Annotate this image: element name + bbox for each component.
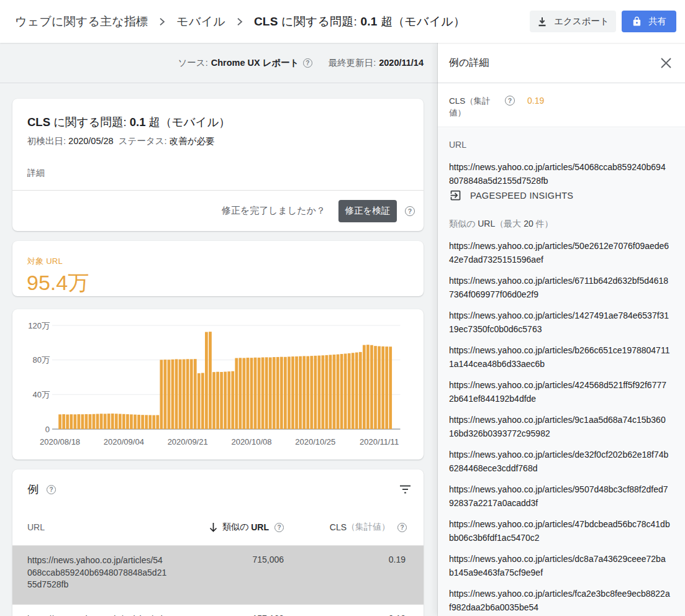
affected-urls-card: 対象 URL 95.4万 <box>12 241 424 296</box>
help-icon[interactable] <box>47 485 56 494</box>
url-section-label: URL <box>449 140 661 150</box>
svg-text:120万: 120万 <box>28 321 50 330</box>
cell-cls: 0.13 <box>284 605 406 616</box>
close-icon[interactable] <box>658 55 673 70</box>
share-button[interactable]: 共有 <box>622 11 676 32</box>
learn-more-link[interactable]: 詳細 <box>12 147 60 179</box>
similar-url-item: https://news.yahoo.co.jp/articles/b266c6… <box>449 343 670 371</box>
last-updated-value: 2020/11/14 <box>379 58 424 68</box>
affected-urls-label: 対象 URL <box>12 241 424 267</box>
similar-urls-list: https://news.yahoo.co.jp/articles/50e261… <box>449 239 661 614</box>
source-value: Chrome UX レポート <box>211 57 299 69</box>
header-actions: エクスポート 共有 <box>530 11 676 32</box>
breadcrumb-item-current: CLS に関する問題: 0.1 超（モバイル） <box>254 14 465 30</box>
pagespeed-insights-label: PAGESPEED INSIGHTS <box>470 191 573 201</box>
cell-url: https://news.yahoo.co.jp/articles/54068c… <box>12 546 199 604</box>
help-icon[interactable] <box>505 96 515 106</box>
example-details-panel: 例の詳細 CLS（集計値） 0.19 URL https://news.yaho… <box>438 43 685 616</box>
source-label: ソース: <box>178 57 207 69</box>
issue-title: CLS に関する問題: 0.1 超（モバイル） <box>12 99 424 130</box>
svg-text:2020/11/11: 2020/11/11 <box>360 437 399 446</box>
column-header-url[interactable]: URL <box>27 522 199 532</box>
column-similar-jp-label: 類似の <box>222 522 248 533</box>
similar-url-item: https://news.yahoo.co.jp/articles/9c1aa5… <box>449 413 670 440</box>
panel-detail-section: URL https://news.yahoo.co.jp/articles/54… <box>438 128 685 616</box>
fix-question-text: 修正を完了しましたか？ <box>222 205 325 217</box>
svg-text:2020/10/25: 2020/10/25 <box>295 437 335 446</box>
column-cls-paren-label: （集計値） <box>347 522 390 533</box>
breadcrumb-current-metric: CLS <box>254 15 278 28</box>
trend-chart-card: 040万80万120万2020/08/182020/09/042020/09/2… <box>12 309 424 460</box>
help-icon[interactable] <box>303 58 312 68</box>
issue-card-footer: 修正を完了しましたか？ 修正を検証 <box>12 190 424 231</box>
column-header-similar-urls[interactable]: 類似のURL <box>199 522 284 533</box>
first-detected-value: 2020/05/28 <box>68 136 114 146</box>
similar-heading-url: URL <box>478 219 495 229</box>
issue-summary-card: CLS に関する問題: 0.1 超（モバイル） 初検出日: 2020/05/28… <box>12 99 424 231</box>
metric-label: CLS（集計値） <box>449 95 499 127</box>
issue-title-threshold: 0.1 <box>130 116 146 129</box>
column-header-cls[interactable]: CLS（集計値） <box>284 522 407 533</box>
similar-heading-mid: （最大 <box>495 219 524 229</box>
svg-text:2020/08/18: 2020/08/18 <box>40 437 80 446</box>
help-icon[interactable] <box>274 523 284 532</box>
first-detected-label: 初検出日: <box>27 136 68 146</box>
examples-title: 例 <box>27 482 39 497</box>
status-label: ステータス: <box>119 136 170 146</box>
breadcrumb-item-mobile[interactable]: モバイル <box>176 14 225 30</box>
last-updated-label: 最終更新日: <box>329 57 376 69</box>
metric-label-latin: CLS <box>449 96 465 106</box>
similar-heading-count: 20 <box>524 219 533 229</box>
validate-fix-button[interactable]: 修正を検証 <box>338 200 397 222</box>
issue-title-mid: に関する問題: <box>50 116 130 129</box>
help-icon[interactable] <box>405 206 415 216</box>
pagespeed-insights-link[interactable]: PAGESPEED INSIGHTS <box>449 189 661 202</box>
bar-chart[interactable]: 040万80万120万2020/08/182020/09/042020/09/2… <box>12 309 424 460</box>
table-row[interactable]: https://news.yahoo.co.jp/articles/54068c… <box>12 546 424 604</box>
cell-similar-urls: 715,006 <box>199 546 284 604</box>
breadcrumb: ウェブに関する主な指標 モバイル CLS に関する問題: 0.1 超（モバイル） <box>15 14 465 30</box>
cell-similar-urls: 157,162 <box>199 605 284 616</box>
table-row[interactable]: https://news.yahoo.co.jp/articles/0d157,… <box>12 604 424 616</box>
issue-title-metric: CLS <box>27 116 50 129</box>
search-console-app: ウェブに関する主な指標 モバイル CLS に関する問題: 0.1 超（モバイル）… <box>0 0 685 616</box>
svg-text:2020/09/21: 2020/09/21 <box>168 437 208 446</box>
chevron-right-icon <box>159 17 165 26</box>
panel-header: 例の詳細 <box>438 43 685 83</box>
chevron-right-icon <box>237 17 243 26</box>
similar-url-item: https://news.yahoo.co.jp/articles/6711b6… <box>449 274 670 301</box>
open-in-new-tool-icon <box>449 189 462 202</box>
column-similar-latin-label: URL <box>251 522 269 532</box>
svg-text:2020/09/04: 2020/09/04 <box>104 437 144 446</box>
breadcrumb-current-mid: に関する問題: <box>278 15 361 28</box>
example-url: https://news.yahoo.co.jp/articles/54068c… <box>449 160 670 188</box>
column-cls-latin-label: CLS <box>330 522 347 532</box>
similar-url-item: https://news.yahoo.co.jp/articles/de32f0… <box>449 448 670 475</box>
status-value: 改善が必要 <box>170 136 215 146</box>
breadcrumb-item-core-web-vitals[interactable]: ウェブに関する主な指標 <box>15 14 148 30</box>
similar-url-item: https://news.yahoo.co.jp/articles/142749… <box>449 309 670 336</box>
metric-value: 0.19 <box>527 96 544 127</box>
similar-heading-post: 件） <box>533 219 553 229</box>
similar-url-item: https://news.yahoo.co.jp/articles/424568… <box>449 378 670 405</box>
export-button-label: エクスポート <box>554 16 609 27</box>
help-icon[interactable] <box>397 523 407 532</box>
svg-text:40万: 40万 <box>33 390 50 399</box>
similar-urls-heading: 類似の URL（最大 20 件） <box>449 219 661 230</box>
similar-url-item: https://news.yahoo.co.jp/articles/dc8a7a… <box>449 552 670 579</box>
cell-cls: 0.19 <box>284 546 406 604</box>
affected-urls-count: 95.4万 <box>12 267 424 297</box>
svg-text:2020/10/08: 2020/10/08 <box>231 437 271 446</box>
svg-text:80万: 80万 <box>33 355 50 365</box>
sort-descending-icon <box>209 522 218 532</box>
cell-url: https://news.yahoo.co.jp/articles/0d <box>12 605 199 616</box>
breadcrumb-current-suffix: 超（モバイル） <box>378 15 466 28</box>
share-button-label: 共有 <box>648 16 666 27</box>
filter-icon[interactable] <box>399 485 411 494</box>
panel-title: 例の詳細 <box>449 57 489 70</box>
top-bar: ウェブに関する主な指標 モバイル CLS に関する問題: 0.1 超（モバイル）… <box>0 0 685 43</box>
download-icon <box>537 16 548 27</box>
similar-url-item: https://news.yahoo.co.jp/articles/47bdcb… <box>449 517 670 545</box>
export-button[interactable]: エクスポート <box>530 11 616 32</box>
table-header-row: URL 類似のURL CLS（集計値） <box>12 509 424 546</box>
